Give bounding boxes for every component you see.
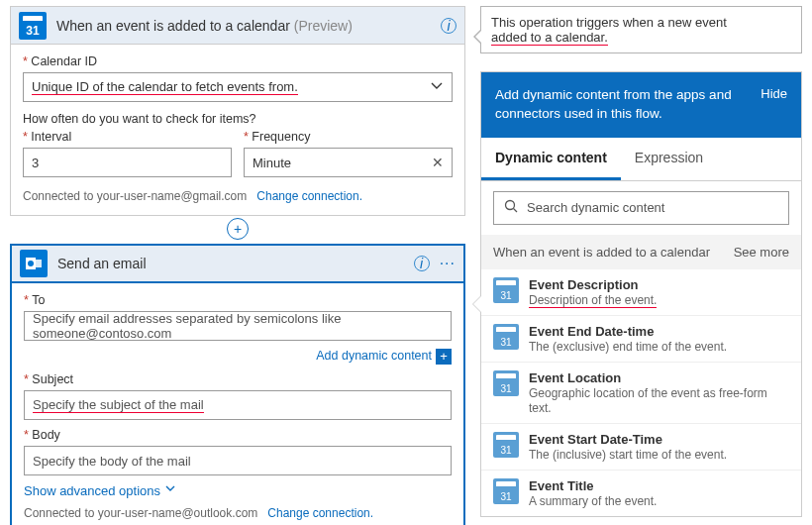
check-frequency-label: How often do you want to check for items… [23, 112, 453, 126]
chevron-down-icon [430, 79, 444, 96]
tab-dynamic-content[interactable]: Dynamic content [481, 138, 621, 180]
tab-expression[interactable]: Expression [621, 138, 717, 180]
show-advanced-link[interactable]: Show advanced options [24, 483, 452, 498]
item-name: Event End Date-time [529, 324, 727, 339]
trigger-header[interactable]: When an event is added to a calendar (Pr… [11, 7, 464, 45]
action-footer: Connected to your-user-name@outlook.com … [24, 506, 452, 520]
clear-icon[interactable]: ✕ [432, 155, 444, 170]
item-desc: Geographic location of the event as free… [529, 385, 789, 415]
calendar-icon [493, 432, 519, 458]
add-step-button[interactable]: + [227, 218, 249, 240]
item-name: Event Description [529, 277, 657, 292]
frequency-dropdown[interactable]: Minute ✕ [244, 148, 453, 177]
svg-point-1 [28, 261, 34, 266]
interval-label: * Interval [23, 130, 232, 144]
info-icon[interactable]: i [441, 18, 457, 34]
body-input[interactable]: Specify the body of the mail [24, 446, 452, 475]
to-input[interactable]: Specify email addresses separated by sem… [24, 311, 452, 341]
action-title: Send an email [57, 256, 147, 271]
calendar-icon [493, 324, 519, 350]
trigger-card: When an event is added to a calendar (Pr… [10, 6, 465, 216]
item-desc: The (exclusive) end time of the event. [529, 339, 727, 354]
dynamic-tabs: Dynamic content Expression [481, 138, 801, 181]
item-name: Event Start Date-Time [529, 432, 727, 447]
panel-pointer [472, 295, 481, 313]
item-name: Event Title [529, 478, 657, 493]
add-dynamic-content-link[interactable]: Add dynamic content+ [24, 349, 452, 365]
dynamic-content-item[interactable]: Event Title A summary of the event. [481, 471, 801, 516]
plus-icon: + [436, 349, 452, 365]
svg-line-3 [514, 208, 518, 212]
item-name: Event Location [529, 370, 789, 385]
dynamic-content-item[interactable]: Event Description Description of the eve… [481, 269, 801, 316]
item-desc: Description of the event. [529, 292, 657, 307]
dynamic-section-header: When an event is added to a calendar See… [481, 235, 801, 269]
calendar-icon [493, 277, 519, 303]
subject-input[interactable]: Specify the subject of the mail [24, 390, 452, 420]
calendar-icon [493, 478, 519, 504]
trigger-title: When an event is added to a calendar (Pr… [56, 18, 353, 34]
see-more-link[interactable]: See more [734, 245, 789, 260]
trigger-footer: Connected to your-user-name@gmail.com Ch… [23, 189, 453, 203]
interval-input[interactable]: 3 [23, 148, 232, 177]
calendar-id-dropdown[interactable]: Unique ID of the calendar to fetch event… [23, 72, 453, 102]
dynamic-content-item[interactable]: Event Location Geographic location of th… [481, 363, 801, 424]
frequency-label: * Frequency [244, 130, 453, 144]
item-desc: The (inclusive) start time of the event. [529, 447, 727, 462]
preview-tag: (Preview) [294, 18, 353, 34]
body-label: * Body [24, 428, 452, 442]
to-label: * To [24, 293, 452, 307]
menu-icon[interactable]: ··· [440, 255, 456, 272]
tooltip-line2: added to a calendar. [491, 30, 608, 46]
search-icon [504, 199, 519, 217]
dynamic-content-panel: Add dynamic content from the apps and co… [480, 71, 802, 517]
tooltip: This operation triggers when a new event… [480, 6, 802, 53]
dynamic-panel-header: Add dynamic content from the apps and co… [481, 72, 801, 138]
action-header[interactable]: Send an email i ··· [12, 246, 463, 283]
outlook-icon [20, 250, 48, 277]
calendar-id-label: * Calendar ID [23, 54, 453, 68]
calendar-icon [493, 370, 519, 396]
change-connection-link[interactable]: Change connection. [256, 189, 362, 203]
action-card: Send an email i ··· * To Specify email a… [10, 244, 465, 525]
dynamic-content-item[interactable]: Event End Date-time The (exclusive) end … [481, 316, 801, 363]
dynamic-content-item[interactable]: Event Start Date-Time The (inclusive) st… [481, 424, 801, 471]
tooltip-line1: This operation triggers when a new event [491, 15, 727, 30]
hide-button[interactable]: Hide [761, 86, 787, 124]
search-input[interactable]: Search dynamic content [493, 191, 789, 225]
item-desc: A summary of the event. [529, 493, 657, 508]
calendar-icon [19, 12, 47, 40]
subject-label: * Subject [24, 372, 452, 386]
svg-point-2 [506, 200, 515, 209]
change-connection-link[interactable]: Change connection. [267, 506, 373, 520]
info-icon[interactable]: i [414, 256, 430, 271]
chevron-down-icon [164, 482, 176, 497]
